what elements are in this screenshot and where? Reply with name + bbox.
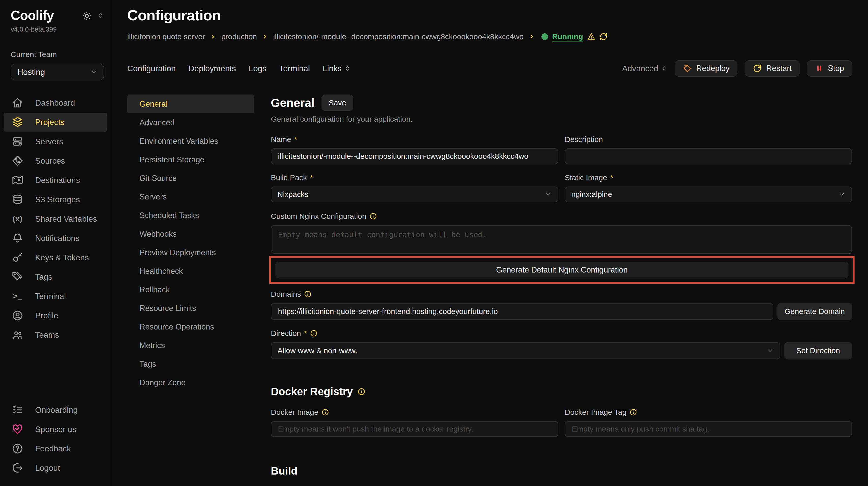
subnav-item-advanced[interactable]: Advanced	[127, 114, 254, 132]
tab-logs[interactable]: Logs	[249, 64, 266, 73]
stop-button[interactable]: Stop	[807, 60, 852, 76]
breadcrumb-resource[interactable]: illicitestonion/-module--decomposition:m…	[273, 32, 524, 41]
name-input[interactable]	[271, 148, 558, 164]
sidebar-item-notifications[interactable]: Notifications	[4, 229, 107, 248]
save-button[interactable]: Save	[321, 95, 353, 111]
theme-select-button[interactable]	[97, 12, 104, 19]
sidebar-item-shared-variables[interactable]: (x) Shared Variables	[4, 209, 107, 228]
subnav-item-servers[interactable]: Servers	[127, 188, 254, 206]
breadcrumb-environment[interactable]: production	[221, 32, 257, 41]
tab-links[interactable]: Links	[322, 64, 351, 73]
general-form: General Save General configuration for y…	[271, 95, 852, 486]
sidebar-item-teams[interactable]: Teams	[4, 325, 107, 344]
generate-nginx-config-button[interactable]: Generate Default Nginx Configuration	[275, 262, 848, 278]
sidebar-item-dashboard[interactable]: Dashboard	[4, 93, 107, 112]
section-subtitle: General configuration for your applicati…	[271, 115, 852, 123]
team-select[interactable]: Hosting	[11, 64, 104, 80]
sidebar-header: Coolify v4.0.0-beta.399 Current Team	[4, 8, 107, 80]
build-pack-label: Build Pack	[271, 173, 307, 182]
sidebar-item-keys-tokens[interactable]: Keys & Tokens	[4, 248, 107, 267]
static-image-label: Static Image	[565, 173, 607, 182]
description-label: Description	[565, 135, 603, 144]
chevron-down-icon	[90, 68, 97, 76]
sidebar-item-sponsor[interactable]: Sponsor us	[4, 420, 107, 439]
tab-terminal[interactable]: Terminal	[279, 64, 310, 73]
subnav-item-rollback[interactable]: Rollback	[127, 281, 254, 299]
build-heading: Build	[271, 465, 852, 477]
info-icon[interactable]	[321, 409, 329, 416]
variables-icon: (x)	[12, 213, 23, 225]
redeploy-button[interactable]: Redeploy	[675, 60, 737, 76]
chevron-down-icon	[767, 347, 774, 354]
refresh-icon[interactable]	[599, 33, 608, 41]
build-pack-select[interactable]: Nixpacks	[271, 187, 558, 202]
direction-select[interactable]: Allow www & non-www.	[271, 342, 780, 359]
breadcrumb-project[interactable]: illicitonion quote server	[127, 32, 205, 41]
sidebar-item-feedback[interactable]: Feedback	[4, 439, 107, 458]
tab-deployments[interactable]: Deployments	[188, 64, 236, 73]
docker-image-tag-input[interactable]	[565, 421, 852, 437]
status-dot	[541, 33, 548, 40]
bell-icon	[12, 232, 23, 244]
tab-actions: Advanced Redeploy Restart Stop	[622, 60, 852, 76]
tab-bar: Configuration Deployments Logs Terminal …	[127, 60, 852, 76]
subnav-item-environment-variables[interactable]: Environment Variables	[127, 132, 254, 150]
git-source-icon	[12, 155, 23, 167]
subnav-item-healthcheck[interactable]: Healthcheck	[127, 262, 254, 281]
set-direction-button[interactable]: Set Direction	[784, 342, 852, 359]
tab-configuration[interactable]: Configuration	[127, 64, 176, 73]
subnav-item-general[interactable]: General	[127, 95, 254, 113]
subnav-item-git-source[interactable]: Git Source	[127, 169, 254, 188]
restart-button[interactable]: Restart	[745, 60, 800, 76]
sidebar-item-servers[interactable]: Servers	[4, 132, 107, 151]
advanced-dropdown[interactable]: Advanced	[622, 64, 668, 73]
generate-domain-button[interactable]: Generate Domain	[777, 303, 852, 320]
theme-toggle-button[interactable]	[82, 11, 91, 20]
info-icon[interactable]	[369, 213, 377, 220]
subnav-item-tags[interactable]: Tags	[127, 355, 254, 373]
docker-image-input[interactable]	[271, 421, 558, 437]
build-pack-field-group: Build Pack * Nixpacks	[271, 173, 558, 202]
sidebar-item-projects[interactable]: Projects	[4, 113, 107, 132]
chevron-down-icon	[838, 191, 845, 198]
subnav-item-scheduled-tasks[interactable]: Scheduled Tasks	[127, 206, 254, 225]
subnav-item-webhooks[interactable]: Webhooks	[127, 225, 254, 243]
sidebar-item-profile[interactable]: Profile	[4, 306, 107, 325]
checklist-icon	[12, 404, 23, 416]
subnav-item-persistent-storage[interactable]: Persistent Storage	[127, 151, 254, 169]
static-image-select[interactable]: nginx:alpine	[565, 187, 852, 202]
sidebar-item-tags[interactable]: Tags	[4, 267, 107, 286]
sidebar-item-s3-storages[interactable]: S3 Storages	[4, 190, 107, 209]
subnav-item-metrics[interactable]: Metrics	[127, 336, 254, 355]
sidebar-item-terminal[interactable]: >_ Terminal	[4, 287, 107, 305]
chevron-up-down-icon	[97, 12, 104, 19]
info-icon[interactable]	[304, 290, 312, 298]
custom-nginx-textarea[interactable]	[271, 225, 852, 254]
sidebar-item-sources[interactable]: Sources	[4, 152, 107, 170]
subnav-item-danger-zone[interactable]: Danger Zone	[127, 374, 254, 392]
info-icon[interactable]	[310, 329, 318, 337]
subnav-item-preview-deployments[interactable]: Preview Deployments	[127, 244, 254, 262]
direction-label: Direction	[271, 329, 301, 338]
static-image-field-group: Static Image * nginx:alpine	[565, 173, 852, 202]
description-input[interactable]	[565, 148, 852, 164]
main-content: Configuration illicitonion quote server …	[111, 0, 868, 486]
status-badge[interactable]: Running	[552, 32, 583, 41]
info-icon[interactable]	[629, 409, 637, 416]
sidebar-item-destinations[interactable]: Destinations	[4, 171, 107, 190]
domains-field-group: Domains Generate Domain	[271, 290, 852, 320]
required-mark: *	[304, 329, 307, 338]
map-icon	[12, 174, 23, 186]
current-team-label: Current Team	[11, 50, 104, 59]
domains-input[interactable]	[271, 303, 773, 320]
docker-image-field-group: Docker Image	[271, 408, 558, 437]
sidebar-item-logout[interactable]: Logout	[4, 458, 107, 477]
sidebar-item-onboarding[interactable]: Onboarding	[4, 400, 107, 419]
subnav-item-resource-operations[interactable]: Resource Operations	[127, 318, 254, 336]
database-icon	[12, 194, 23, 205]
section-title-general: General	[271, 96, 314, 110]
warning-triangle-icon[interactable]	[587, 33, 595, 41]
subnav-item-resource-limits[interactable]: Resource Limits	[127, 299, 254, 318]
info-icon[interactable]	[358, 388, 366, 396]
sidebar-footer-nav: Onboarding Sponsor us Feedback Logout	[4, 400, 107, 477]
